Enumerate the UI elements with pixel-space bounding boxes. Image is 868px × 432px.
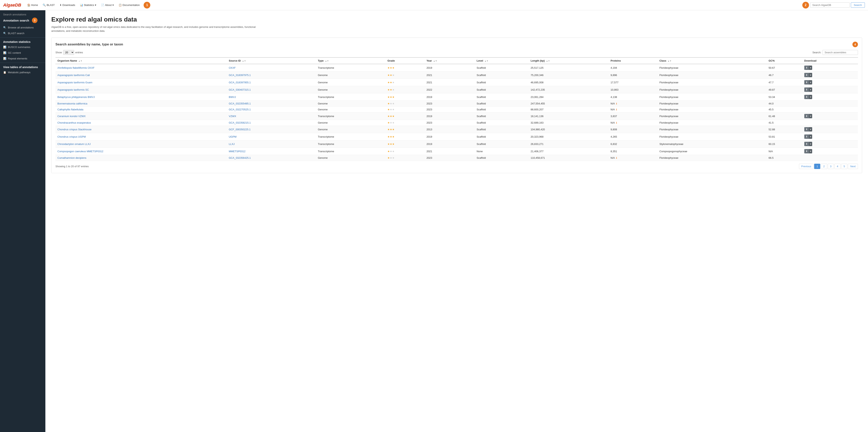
cell-organism-name: Chondrus crispus UGPM <box>56 133 227 140</box>
col-grade[interactable]: Grade <box>385 57 425 64</box>
organism-link[interactable]: Callophyllis flabellulata <box>57 108 84 111</box>
download-dropdown[interactable]: ▾ <box>809 95 812 99</box>
table-showing-text: Showing 1 to 20 of 97 entries <box>56 165 89 168</box>
download-dropdown[interactable]: ▾ <box>809 65 812 70</box>
download-button[interactable]: ⬇ <box>804 65 809 70</box>
download-dropdown[interactable]: ▾ <box>809 73 812 77</box>
download-button[interactable]: ⬇ <box>804 114 809 118</box>
sidebar-busco[interactable]: 📊 BUSCO summaries <box>0 44 45 50</box>
organism-link[interactable]: Cumathamnion decipiens <box>57 156 86 159</box>
download-button[interactable]: ⬇ <box>804 73 809 77</box>
next-button[interactable]: Next <box>848 164 858 169</box>
col-proteins[interactable]: Proteins <box>609 57 657 64</box>
download-button[interactable]: ⬇ <box>804 127 809 132</box>
organism-link[interactable]: Chondracanthus exasperatus <box>57 121 91 124</box>
source-id-link[interactable]: GCA_032355485.1 <box>229 102 251 105</box>
nav-documentation[interactable]: 📋 Documentation <box>117 2 142 8</box>
organism-link[interactable]: Compsopogon caeruleus MMETSP0312 <box>57 150 103 153</box>
download-dropdown[interactable]: ▾ <box>809 149 812 153</box>
download-dropdown[interactable]: ▾ <box>809 127 812 132</box>
col-class[interactable]: Class ▲▼ <box>657 57 767 64</box>
organism-link[interactable]: Ceramium kondoi VZWX <box>57 115 86 118</box>
nav-about[interactable]: 📄 About ▾ <box>99 2 116 8</box>
sidebar-blast-search[interactable]: 🔍 BLAST search <box>0 30 45 36</box>
organism-link[interactable]: Asparagopsis taxiformis Cali <box>57 74 90 77</box>
nav-home[interactable]: 🏠 Home <box>25 2 40 8</box>
source-id-link[interactable]: GCA_032358215.1 <box>229 121 251 124</box>
cell-level: Scaffold <box>475 126 529 133</box>
organism-link[interactable]: Betaphycus philippinensis BWVJ <box>57 95 95 98</box>
nav-blast[interactable]: 🔍 BLAST <box>41 2 57 8</box>
download-button[interactable]: ⬇ <box>804 135 809 139</box>
cell-source-id: BWVJ <box>227 93 316 101</box>
page-btn-3[interactable]: 3 <box>828 164 834 169</box>
site-logo[interactable]: AlgaeDB <box>3 3 21 8</box>
page-btn-1[interactable]: 1 <box>814 164 820 169</box>
cell-gc: 46.7 <box>767 71 802 79</box>
download-dropdown[interactable]: ▾ <box>809 135 812 139</box>
source-id-link[interactable]: GCA_032356425.1 <box>229 156 251 159</box>
source-id-link[interactable]: GCA_018397975.1 <box>229 74 251 77</box>
download-button[interactable]: ⬇ <box>804 80 809 85</box>
col-gc[interactable]: GC% <box>767 57 802 64</box>
cell-download: ⬇▾ <box>802 113 858 120</box>
organism-link[interactable]: Chondrus crispus Stackhouse <box>57 128 92 131</box>
cell-organism-name: Ceramium kondoi VZWX <box>56 113 227 120</box>
col-level[interactable]: Level ▲▼ <box>475 57 529 64</box>
download-button[interactable]: ⬇ <box>804 142 809 146</box>
organism-link[interactable]: Asparagopsis taxiformis Guam <box>57 81 92 84</box>
col-year[interactable]: Year ▲▼ <box>425 57 475 64</box>
search-icon: 🔍 <box>3 26 6 29</box>
download-button[interactable]: ⬇ <box>804 87 809 92</box>
blast-search-icon: 🔍 <box>3 32 6 35</box>
download-dropdown[interactable]: ▾ <box>809 142 812 146</box>
col-type[interactable]: Type ▲▼ <box>316 57 385 64</box>
show-entries-select[interactable]: 20 50 100 <box>63 50 74 55</box>
cell-year: 2021 <box>425 71 475 79</box>
source-id-link[interactable]: CKXF <box>229 66 236 69</box>
source-id-link[interactable]: MMETSP0312 <box>229 150 246 153</box>
source-id-link[interactable]: GCA_018397955.1 <box>229 81 251 84</box>
page-btn-2[interactable]: 2 <box>821 164 827 169</box>
table-search-input[interactable] <box>823 50 858 55</box>
download-button[interactable]: ⬇ <box>804 95 809 99</box>
nav-downloads[interactable]: ⬇ Downloads <box>58 2 77 8</box>
organism-link[interactable]: Asparagopsis taxiformis SC <box>57 88 89 91</box>
download-dropdown[interactable]: ▾ <box>809 87 812 92</box>
docs-icon: 📋 <box>119 4 122 6</box>
nav-statistics[interactable]: 📊 Statistics ▾ <box>78 2 98 8</box>
top-search-input[interactable] <box>810 2 850 8</box>
sidebar-repeat-elements[interactable]: 📊 Repeat elements <box>0 56 45 61</box>
cell-proteins: 4,194 <box>609 64 657 71</box>
source-id-link[interactable]: UGPM <box>229 135 237 138</box>
sidebar-browse-annotations[interactable]: 🔍 Browse all annotations <box>0 25 45 30</box>
organism-link[interactable]: Chondrus crispus UGPM <box>57 135 86 138</box>
cell-type: Transcriptome <box>316 113 385 120</box>
sidebar-gc-content[interactable]: 📊 GC content <box>0 50 45 56</box>
page-btn-4[interactable]: 4 <box>834 164 841 169</box>
cell-length: 26,833,271 <box>529 140 609 148</box>
sidebar-annotation-header: Annotation search <box>3 19 29 22</box>
col-organism-name[interactable]: Organism Name ▲▼ <box>56 57 227 64</box>
source-id-link[interactable]: VZWX <box>229 115 236 118</box>
top-search-button[interactable]: Search <box>851 2 865 8</box>
organism-link[interactable]: Bonnemaisonia californica <box>57 102 87 105</box>
source-id-link[interactable]: GCF_000350225.1 <box>229 128 251 131</box>
source-id-link[interactable]: GCA_030407315.1 <box>229 88 251 91</box>
cell-gc: 53.34 <box>767 93 802 101</box>
source-id-link[interactable]: GCA_032270525.1 <box>229 108 251 111</box>
source-id-link[interactable]: LLXJ <box>229 143 235 145</box>
organism-link[interactable]: Chroodactylon ornatum LLXJ <box>57 143 91 145</box>
download-dropdown[interactable]: ▾ <box>809 114 812 118</box>
organism-link[interactable]: Ahnfeltiopsis flabelliformis CKXF <box>57 66 94 69</box>
sidebar-metabolic-pathways[interactable]: 📋 Metabolic pathways <box>0 69 45 75</box>
source-id-link[interactable]: BWVJ <box>229 95 236 98</box>
col-source-id[interactable]: Source ID ▲▼ <box>227 57 316 64</box>
download-button[interactable]: ⬇ <box>804 149 809 153</box>
blast-icon: 🔍 <box>42 4 46 6</box>
col-length[interactable]: Length (bp) ▲▼ <box>529 57 609 64</box>
prev-button[interactable]: Previous <box>799 164 814 169</box>
cell-organism-name: Asparagopsis taxiformis SC <box>56 86 227 93</box>
download-dropdown[interactable]: ▾ <box>809 80 812 85</box>
page-btn-5[interactable]: 5 <box>841 164 847 169</box>
